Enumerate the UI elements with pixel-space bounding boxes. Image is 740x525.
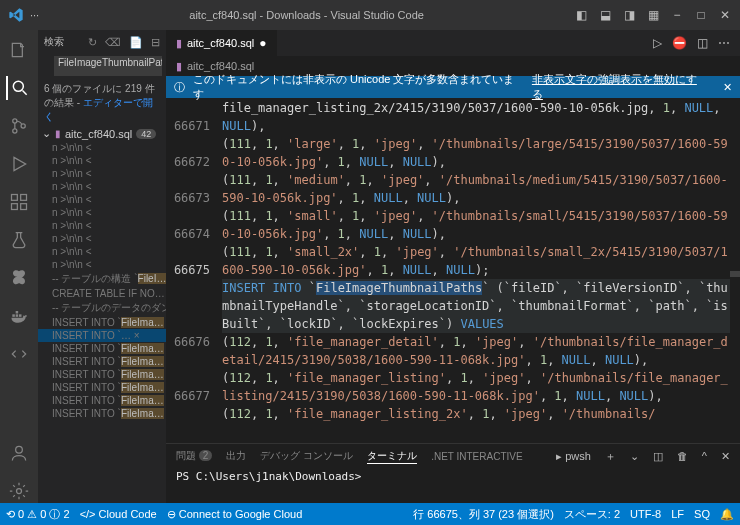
menu-more[interactable]: ··· bbox=[30, 9, 39, 21]
status-remote[interactable]: ⟲ 0 ⚠ 0 ⓘ 2 bbox=[6, 507, 70, 522]
search-result-item[interactable]: n >\n\n < bbox=[38, 232, 166, 245]
search-result-item[interactable]: INSERT INTO `FileIma… bbox=[38, 316, 166, 329]
close-icon[interactable]: ✕ bbox=[718, 8, 732, 22]
code-line[interactable]: (112, 1, 'file_manager_detail', 1, 'jpeg… bbox=[222, 333, 730, 369]
search-result-item[interactable]: n >\n\n < bbox=[38, 167, 166, 180]
search-input[interactable]: FileImageThumbnailPaths bbox=[54, 56, 162, 76]
status-cursor-position[interactable]: 行 66675、列 37 (23 個選択) bbox=[413, 507, 554, 522]
search-result-item[interactable]: n >\n\n < bbox=[38, 154, 166, 167]
search-result-item[interactable]: INSERT INTO `FileIma… bbox=[38, 368, 166, 381]
svg-point-0 bbox=[13, 81, 23, 91]
code-line[interactable]: (111, 1, 'small_2x', 1, 'jpeg', '/thumbn… bbox=[222, 243, 730, 279]
search-result-item[interactable]: n >\n\n < bbox=[38, 258, 166, 271]
minimize-icon[interactable]: − bbox=[670, 8, 684, 22]
unicode-warning-banner: ⓘ このドキュメントには非表示の Unicode 文字が多数含まれています 非表… bbox=[166, 76, 740, 98]
svg-rect-6 bbox=[12, 204, 18, 210]
search-sidebar: 検索 ↻ ⌫ 📄 ⊟ FileImageThumbnailPaths 6 個のフ… bbox=[38, 30, 166, 503]
result-file-header[interactable]: ⌄ ▮ aitc_cf840.sql 42 bbox=[38, 126, 166, 141]
vertical-scrollbar[interactable] bbox=[730, 98, 740, 443]
status-encoding[interactable]: UTF-8 bbox=[630, 508, 661, 520]
search-icon[interactable] bbox=[6, 76, 30, 100]
search-result-item[interactable]: -- テーブルの構造 `FileI… bbox=[38, 271, 166, 287]
search-result-item[interactable]: n >\n\n < bbox=[38, 245, 166, 258]
split-terminal-icon[interactable]: ◫ bbox=[653, 450, 663, 463]
svg-point-13 bbox=[17, 489, 22, 494]
layout-left-icon[interactable]: ◧ bbox=[574, 8, 588, 22]
search-result-item[interactable]: INSERT INTO `… × bbox=[38, 329, 166, 342]
status-indent[interactable]: スペース: 2 bbox=[564, 507, 620, 522]
tab-dotnet[interactable]: .NET INTERACTIVE bbox=[431, 451, 523, 462]
status-eol[interactable]: LF bbox=[671, 508, 684, 520]
docker-icon[interactable] bbox=[7, 304, 31, 328]
source-control-icon[interactable] bbox=[7, 114, 31, 138]
tab-output[interactable]: 出力 bbox=[226, 449, 246, 463]
search-result-item[interactable]: INSERT INTO `FileIma… bbox=[38, 407, 166, 420]
cloud-code-icon[interactable] bbox=[7, 342, 31, 366]
butterfly-icon[interactable] bbox=[7, 266, 31, 290]
split-editor-icon[interactable]: ◫ bbox=[697, 36, 708, 50]
tab-debug-console[interactable]: デバッグ コンソール bbox=[260, 449, 353, 463]
status-language[interactable]: SQ bbox=[694, 508, 710, 520]
bottom-panel: 問題 2 出力 デバッグ コンソール ターミナル .NET INTERACTIV… bbox=[166, 443, 740, 503]
search-result-item[interactable]: -- テーブルのデータのダン… bbox=[38, 300, 166, 316]
kill-terminal-icon[interactable]: 🗑 bbox=[677, 450, 688, 462]
svg-rect-7 bbox=[21, 204, 27, 210]
search-result-item[interactable]: n >\n\n < bbox=[38, 180, 166, 193]
status-cloud-code[interactable]: </> Cloud Code bbox=[80, 508, 157, 520]
svg-rect-10 bbox=[19, 314, 22, 317]
clear-icon[interactable]: ⌫ bbox=[105, 36, 121, 49]
new-terminal-icon[interactable]: ＋ bbox=[605, 449, 616, 464]
extensions-icon[interactable] bbox=[7, 190, 31, 214]
code-line[interactable]: (112, 1, 'file_manager_listing', 1, 'jpe… bbox=[222, 369, 730, 405]
search-result-item[interactable]: n >\n\n < bbox=[38, 141, 166, 154]
tab-problems[interactable]: 問題 2 bbox=[176, 449, 212, 463]
code-line[interactable]: (111, 1, 'large', 1, 'jpeg', '/thumbnail… bbox=[222, 135, 730, 171]
editor-area: ▮ aitc_cf840.sql ● ▷ ⛔ ◫ ⋯ ▮ aitc_cf840.… bbox=[166, 30, 740, 503]
layout-customize-icon[interactable]: ▦ bbox=[646, 8, 660, 22]
warning-icon: ⓘ bbox=[174, 80, 185, 95]
dirty-indicator-icon: ● bbox=[259, 36, 266, 50]
search-result-item[interactable]: n >\n\n < bbox=[38, 206, 166, 219]
search-result-item[interactable]: INSERT INTO `FileIma… bbox=[38, 381, 166, 394]
code-editor[interactable]: 6667166672666736667466675666766667766678… bbox=[166, 98, 740, 443]
search-result-item[interactable]: INSERT INTO `FileIma… bbox=[38, 355, 166, 368]
more-actions-icon[interactable]: ⋯ bbox=[718, 36, 730, 50]
collapse-icon[interactable]: ⊟ bbox=[151, 36, 160, 49]
new-file-icon[interactable]: 📄 bbox=[129, 36, 143, 49]
testing-icon[interactable] bbox=[7, 228, 31, 252]
run-debug-icon[interactable] bbox=[7, 152, 31, 176]
code-line[interactable]: (111, 1, 'small', 1, 'jpeg', '/thumbnail… bbox=[222, 207, 730, 243]
search-result-item[interactable]: n >\n\n < bbox=[38, 219, 166, 232]
refresh-icon[interactable]: ↻ bbox=[88, 36, 97, 49]
close-panel-icon[interactable]: ✕ bbox=[721, 450, 730, 463]
accounts-icon[interactable] bbox=[7, 441, 31, 465]
status-notifications-icon[interactable]: 🔔 bbox=[720, 508, 734, 521]
results-summary: 6 個のファイルに 219 件の結果 - エディターで開く bbox=[38, 80, 166, 126]
search-result-item[interactable]: CREATE TABLE IF NO… bbox=[38, 287, 166, 300]
disconnect-icon[interactable]: ⛔ bbox=[672, 36, 687, 50]
maximize-icon[interactable]: □ bbox=[694, 8, 708, 22]
settings-gear-icon[interactable] bbox=[7, 479, 31, 503]
layout-bottom-icon[interactable]: ⬓ bbox=[598, 8, 612, 22]
status-google-cloud[interactable]: ⊖ Connect to Google Cloud bbox=[167, 508, 303, 521]
svg-rect-9 bbox=[16, 314, 19, 317]
search-result-item[interactable]: INSERT INTO `FileIma… bbox=[38, 342, 166, 355]
code-line[interactable]: INSERT INTO `FileImageThumbnailPaths` (`… bbox=[222, 279, 730, 333]
run-icon[interactable]: ▷ bbox=[653, 36, 662, 50]
sql-file-icon: ▮ bbox=[55, 128, 61, 139]
code-line[interactable]: (111, 1, 'medium', 1, 'jpeg', '/thumbnai… bbox=[222, 171, 730, 207]
tab-terminal[interactable]: ターミナル bbox=[367, 449, 417, 464]
close-icon[interactable]: ✕ bbox=[723, 81, 732, 94]
terminal-body[interactable]: PS C:\Users\j1nak\Downloads> bbox=[166, 468, 740, 503]
layout-right-icon[interactable]: ◨ bbox=[622, 8, 636, 22]
maximize-panel-icon[interactable]: ^ bbox=[702, 450, 707, 462]
search-result-item[interactable]: INSERT INTO `FileIma… bbox=[38, 394, 166, 407]
editor-tab[interactable]: ▮ aitc_cf840.sql ● bbox=[166, 30, 278, 56]
terminal-shell-label[interactable]: ▸ pwsh bbox=[556, 450, 591, 463]
terminal-dropdown-icon[interactable]: ⌄ bbox=[630, 450, 639, 463]
code-line[interactable]: (112, 1, 'file_manager_listing_2x', 1, '… bbox=[222, 405, 730, 423]
search-title: 検索 bbox=[44, 35, 64, 49]
explorer-icon[interactable] bbox=[7, 38, 31, 62]
code-line[interactable]: file_manager_listing_2x/2415/3190/5037/1… bbox=[222, 99, 730, 135]
search-result-item[interactable]: n >\n\n < bbox=[38, 193, 166, 206]
